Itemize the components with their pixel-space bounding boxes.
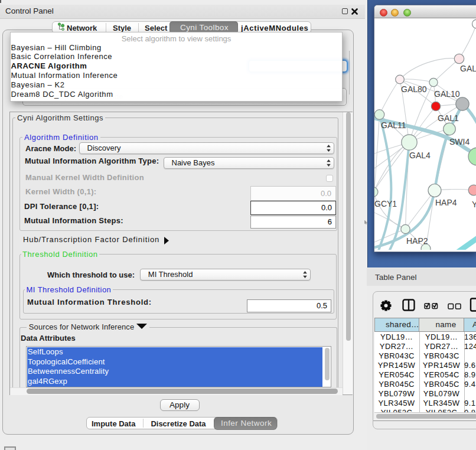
svg-text:GAL7: GAL7	[460, 64, 476, 73]
svg-text:GAL4: GAL4	[409, 151, 431, 160]
svg-text:HAP2: HAP2	[406, 236, 428, 246]
svg-text:GCY1: GCY1	[374, 199, 397, 208]
svg-text:HAP4: HAP4	[435, 198, 457, 207]
svg-text:GAL11: GAL11	[381, 120, 406, 130]
svg-text:SWI4: SWI4	[449, 137, 470, 146]
svg-text:GAL80: GAL80	[401, 84, 427, 94]
svg-text:GAL10: GAL10	[434, 89, 460, 99]
svg-text:YJ: YJ	[472, 200, 476, 209]
svg-text:GAL1: GAL1	[438, 113, 459, 123]
